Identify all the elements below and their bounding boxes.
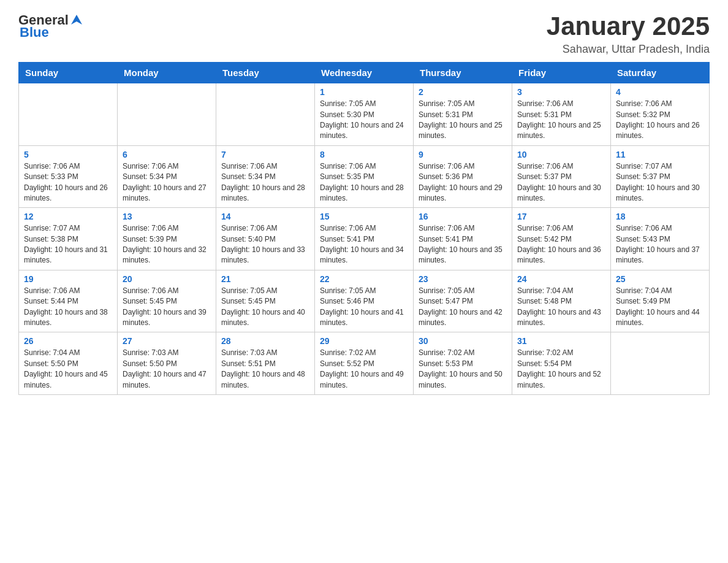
day-info: Sunrise: 7:07 AM Sunset: 5:37 PM Dayligh… [616, 161, 704, 204]
calendar-cell: 1Sunrise: 7:05 AM Sunset: 5:30 PM Daylig… [315, 83, 414, 146]
day-info: Sunrise: 7:02 AM Sunset: 5:53 PM Dayligh… [419, 348, 507, 391]
calendar-cell: 30Sunrise: 7:02 AM Sunset: 5:53 PM Dayli… [414, 332, 512, 395]
day-info: Sunrise: 7:05 AM Sunset: 5:30 PM Dayligh… [320, 99, 408, 142]
day-number: 16 [419, 212, 507, 221]
day-number: 5 [24, 150, 112, 159]
day-info: Sunrise: 7:05 AM Sunset: 5:47 PM Dayligh… [419, 286, 507, 329]
day-number: 13 [123, 212, 211, 221]
calendar-week-row: 26Sunrise: 7:04 AM Sunset: 5:50 PM Dayli… [19, 332, 710, 395]
day-number: 11 [616, 150, 704, 159]
day-number: 17 [517, 212, 605, 221]
day-info: Sunrise: 7:07 AM Sunset: 5:38 PM Dayligh… [24, 223, 112, 266]
day-number: 27 [123, 336, 211, 346]
calendar-cell: 25Sunrise: 7:04 AM Sunset: 5:49 PM Dayli… [611, 270, 710, 332]
day-number: 25 [616, 274, 704, 284]
calendar-cell: 8Sunrise: 7:06 AM Sunset: 5:35 PM Daylig… [315, 145, 414, 208]
calendar-header-tuesday: Tuesday [216, 63, 315, 83]
calendar-cell: 20Sunrise: 7:06 AM Sunset: 5:45 PM Dayli… [118, 270, 216, 332]
calendar-header-friday: Friday [512, 63, 611, 83]
day-info: Sunrise: 7:06 AM Sunset: 5:36 PM Dayligh… [419, 161, 507, 204]
day-info: Sunrise: 7:05 AM Sunset: 5:31 PM Dayligh… [419, 99, 507, 142]
day-info: Sunrise: 7:06 AM Sunset: 5:31 PM Dayligh… [517, 99, 605, 142]
day-number: 30 [419, 336, 507, 346]
day-number: 28 [221, 336, 309, 346]
day-info: Sunrise: 7:02 AM Sunset: 5:52 PM Dayligh… [320, 348, 408, 391]
calendar-cell: 10Sunrise: 7:06 AM Sunset: 5:37 PM Dayli… [512, 145, 611, 208]
day-info: Sunrise: 7:06 AM Sunset: 5:33 PM Dayligh… [24, 161, 112, 204]
day-number: 6 [123, 150, 211, 159]
calendar-cell: 19Sunrise: 7:06 AM Sunset: 5:44 PM Dayli… [19, 270, 118, 332]
calendar-week-row: 1Sunrise: 7:05 AM Sunset: 5:30 PM Daylig… [19, 83, 710, 146]
calendar-header-row: SundayMondayTuesdayWednesdayThursdayFrid… [19, 63, 710, 83]
day-number: 12 [24, 212, 112, 221]
day-number: 7 [221, 150, 309, 159]
day-number: 10 [517, 150, 605, 159]
calendar-table: SundayMondayTuesdayWednesdayThursdayFrid… [18, 62, 710, 395]
calendar-title: January 2025 [547, 12, 710, 40]
calendar-cell: 24Sunrise: 7:04 AM Sunset: 5:48 PM Dayli… [512, 270, 611, 332]
logo-icon [70, 13, 83, 27]
calendar-cell: 6Sunrise: 7:06 AM Sunset: 5:34 PM Daylig… [118, 145, 216, 208]
calendar-cell: 14Sunrise: 7:06 AM Sunset: 5:40 PM Dayli… [216, 208, 315, 270]
day-info: Sunrise: 7:04 AM Sunset: 5:48 PM Dayligh… [517, 286, 605, 329]
calendar-cell: 21Sunrise: 7:05 AM Sunset: 5:45 PM Dayli… [216, 270, 315, 332]
day-number: 22 [320, 274, 408, 284]
calendar-cell [611, 332, 710, 395]
calendar-cell: 5Sunrise: 7:06 AM Sunset: 5:33 PM Daylig… [19, 145, 118, 208]
calendar-cell: 23Sunrise: 7:05 AM Sunset: 5:47 PM Dayli… [414, 270, 512, 332]
day-info: Sunrise: 7:03 AM Sunset: 5:51 PM Dayligh… [221, 348, 309, 391]
day-info: Sunrise: 7:05 AM Sunset: 5:46 PM Dayligh… [320, 286, 408, 329]
day-number: 15 [320, 212, 408, 221]
day-info: Sunrise: 7:06 AM Sunset: 5:40 PM Dayligh… [221, 223, 309, 266]
calendar-week-row: 19Sunrise: 7:06 AM Sunset: 5:44 PM Dayli… [19, 270, 710, 332]
day-number: 4 [616, 87, 704, 97]
day-info: Sunrise: 7:04 AM Sunset: 5:49 PM Dayligh… [616, 286, 704, 329]
calendar-header-sunday: Sunday [19, 63, 118, 83]
day-number: 20 [123, 274, 211, 284]
day-info: Sunrise: 7:05 AM Sunset: 5:45 PM Dayligh… [221, 286, 309, 329]
calendar-header-wednesday: Wednesday [315, 63, 414, 83]
calendar-cell: 9Sunrise: 7:06 AM Sunset: 5:36 PM Daylig… [414, 145, 512, 208]
day-info: Sunrise: 7:06 AM Sunset: 5:37 PM Dayligh… [517, 161, 605, 204]
logo-blue-text: Blue [20, 25, 49, 40]
calendar-cell [216, 83, 315, 146]
calendar-cell: 7Sunrise: 7:06 AM Sunset: 5:34 PM Daylig… [216, 145, 315, 208]
day-number: 19 [24, 274, 112, 284]
day-number: 2 [419, 87, 507, 97]
calendar-cell: 22Sunrise: 7:05 AM Sunset: 5:46 PM Dayli… [315, 270, 414, 332]
day-info: Sunrise: 7:06 AM Sunset: 5:35 PM Dayligh… [320, 161, 408, 204]
day-number: 24 [517, 274, 605, 284]
day-info: Sunrise: 7:06 AM Sunset: 5:42 PM Dayligh… [517, 223, 605, 266]
calendar-cell [19, 83, 118, 146]
day-number: 26 [24, 336, 112, 346]
day-info: Sunrise: 7:04 AM Sunset: 5:50 PM Dayligh… [24, 348, 112, 391]
calendar-cell: 26Sunrise: 7:04 AM Sunset: 5:50 PM Dayli… [19, 332, 118, 395]
svg-marker-0 [71, 15, 82, 25]
day-number: 23 [419, 274, 507, 284]
calendar-cell: 31Sunrise: 7:02 AM Sunset: 5:54 PM Dayli… [512, 332, 611, 395]
calendar-header-monday: Monday [118, 63, 216, 83]
calendar-cell [118, 83, 216, 146]
logo: General Blue [18, 12, 83, 40]
day-info: Sunrise: 7:06 AM Sunset: 5:45 PM Dayligh… [123, 286, 211, 329]
title-block: January 2025 Sahawar, Uttar Pradesh, Ind… [547, 12, 710, 56]
page-header: General Blue January 2025 Sahawar, Uttar… [18, 12, 710, 56]
day-info: Sunrise: 7:06 AM Sunset: 5:39 PM Dayligh… [123, 223, 211, 266]
calendar-cell: 29Sunrise: 7:02 AM Sunset: 5:52 PM Dayli… [315, 332, 414, 395]
day-number: 8 [320, 150, 408, 159]
calendar-cell: 28Sunrise: 7:03 AM Sunset: 5:51 PM Dayli… [216, 332, 315, 395]
calendar-cell: 4Sunrise: 7:06 AM Sunset: 5:32 PM Daylig… [611, 83, 710, 146]
day-info: Sunrise: 7:06 AM Sunset: 5:34 PM Dayligh… [221, 161, 309, 204]
day-number: 18 [616, 212, 704, 221]
day-number: 1 [320, 87, 408, 97]
calendar-cell: 2Sunrise: 7:05 AM Sunset: 5:31 PM Daylig… [414, 83, 512, 146]
day-info: Sunrise: 7:06 AM Sunset: 5:43 PM Dayligh… [616, 223, 704, 266]
day-number: 21 [221, 274, 309, 284]
day-number: 29 [320, 336, 408, 346]
day-info: Sunrise: 7:03 AM Sunset: 5:50 PM Dayligh… [123, 348, 211, 391]
day-number: 9 [419, 150, 507, 159]
day-number: 3 [517, 87, 605, 97]
calendar-cell: 18Sunrise: 7:06 AM Sunset: 5:43 PM Dayli… [611, 208, 710, 270]
calendar-cell: 13Sunrise: 7:06 AM Sunset: 5:39 PM Dayli… [118, 208, 216, 270]
day-info: Sunrise: 7:06 AM Sunset: 5:41 PM Dayligh… [320, 223, 408, 266]
